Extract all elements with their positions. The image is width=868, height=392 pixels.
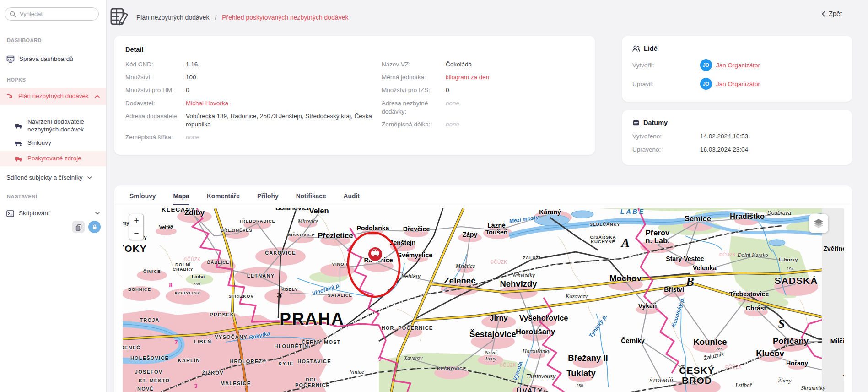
- map-layers-button[interactable]: [809, 214, 828, 233]
- tab-mapa[interactable]: Mapa: [173, 193, 189, 205]
- map-label: Horoušany: [516, 328, 555, 336]
- map-label: Zeleneč: [444, 276, 476, 285]
- map-label: ČIMICE: [143, 269, 161, 274]
- sidebar-item-poskytovane-zdroje[interactable]: Poskytované zdroje: [0, 151, 106, 166]
- terminal-icon: [6, 210, 14, 217]
- sidebar-item-sprava-dashboardu[interactable]: Správa dashboardů: [0, 51, 106, 67]
- layers-icon: [813, 218, 825, 229]
- person-row: Vytvořil:JOJan Organizátor: [632, 59, 842, 71]
- map-label: ČAKOVICE: [265, 250, 296, 256]
- map-label: Dřevčice: [403, 226, 430, 233]
- date-row: Upraveno:16.03.2024 23:04: [632, 146, 842, 153]
- sidebar-section-hopks: HOPKS: [7, 77, 26, 82]
- map-label: TROJA: [140, 318, 159, 323]
- sidebar-item-plan-nezbytnych-dodavek[interactable]: Plán nezbytných dodávek: [0, 88, 106, 105]
- tab-bar: SmlouvyMapaKomentářePřílohyNotifikaceAud…: [114, 185, 852, 205]
- detail-field-row: Název VZ:Čokoláda: [382, 60, 584, 69]
- map-label: ŠTOLMÍŘ: [649, 378, 673, 384]
- lock-button[interactable]: [88, 221, 101, 233]
- map-label: KOBYLISY: [175, 291, 200, 295]
- map-watermark: ©ČÚZK: [499, 363, 516, 368]
- breadcrumb-current: Přehled poskytovaných nezbytných dodávek: [222, 14, 348, 21]
- tab-komentare[interactable]: Komentáře: [207, 193, 240, 205]
- sidebar-section-dashboard: DASHBOARD: [7, 38, 42, 43]
- map-label: MIŠKOVICE: [287, 233, 315, 237]
- map-label: Chrást: [746, 305, 766, 312]
- sidebar-item-label: Správa dashboardů: [19, 55, 100, 63]
- map-label: Šestajovice: [469, 330, 516, 338]
- map-label: 194: [787, 267, 793, 271]
- map-label: NOVÉ: [137, 387, 154, 392]
- field-value-link[interactable]: kilogram za den: [446, 73, 489, 82]
- map-label: 9: [378, 356, 381, 362]
- field-label: Měrná jednotka:: [382, 73, 446, 82]
- sidebar-item-sdilene-subjekty[interactable]: Sdílené subjekty a číselníky: [0, 170, 106, 185]
- lock-icon: [91, 223, 98, 231]
- map-label: MALEŠICE: [221, 381, 251, 387]
- sidebar-section-nastaveni: NASTAVENÍ: [7, 194, 37, 199]
- calendar-icon: [632, 119, 640, 126]
- sidebar-item-smlouvy[interactable]: Smlouvy: [0, 136, 106, 151]
- tab-prilohy[interactable]: Přílohy: [257, 193, 279, 205]
- field-value: 0: [446, 86, 449, 94]
- map-label: Káraný: [539, 209, 561, 216]
- map-label: HOR. POČERNICE: [382, 326, 433, 331]
- tab-audit[interactable]: Audit: [344, 193, 360, 205]
- map-label: HRDLOŘEZY: [230, 359, 266, 365]
- map-label: 250: [576, 384, 583, 388]
- supply-plan-icon: [6, 93, 14, 100]
- person-label: Upravil:: [632, 81, 700, 87]
- map-label: 3: [194, 383, 197, 389]
- search-icon: [10, 11, 16, 17]
- map-label: STŘÍŽKOV: [228, 294, 253, 299]
- back-button[interactable]: Zpět: [822, 10, 842, 17]
- breadcrumb: Plán nezbytných dodávek / Přehled poskyt…: [136, 14, 349, 21]
- map-label: Nehvizdy: [500, 279, 537, 288]
- zoom-out-button[interactable]: −: [129, 227, 143, 240]
- person-name-link[interactable]: Jan Organizátor: [716, 62, 760, 69]
- copy-button[interactable]: [72, 221, 85, 233]
- people-panel: Lidé Vytvořil:JOJan OrganizátorUpravil:J…: [622, 36, 852, 102]
- field-label: Zeměpisná délka:: [382, 120, 446, 129]
- map-label: Žhery: [778, 378, 791, 384]
- field-value: 1.16.: [186, 60, 199, 69]
- tab-smlouvy[interactable]: Smlouvy: [129, 193, 156, 205]
- map-label: Lázně Toušeň: [485, 222, 508, 235]
- map-label: Zápy: [463, 231, 478, 238]
- map-label: A: [621, 236, 630, 249]
- map-label: Veltěž: [159, 225, 173, 230]
- field-value: Vobůrecká 139, Radonice, 25073 Jenštejn,…: [186, 112, 382, 129]
- copy-icon: [75, 223, 82, 231]
- field-value-link[interactable]: Michal Hovorka: [186, 99, 228, 108]
- map-label: TŘEBORADICE: [239, 219, 275, 223]
- sidebar-item-navrzeni-dodavatele[interactable]: Navržení dodavatelé nezbytných dodávek: [0, 114, 106, 137]
- sidebar-item-label: Smlouvy: [27, 139, 100, 147]
- zoom-in-button[interactable]: +: [129, 214, 143, 227]
- tab-notifikace[interactable]: Notifikace: [296, 193, 326, 205]
- person-name-link[interactable]: Jan Organizátor: [716, 81, 760, 87]
- detail-field-row: Dodavatel:Michal Hovorka: [125, 99, 382, 108]
- map[interactable]: KLECANYZdibyBořanoviceVelenMirovicePřemy…: [123, 208, 844, 392]
- map-label: Milčice: [830, 338, 844, 345]
- map-label: Tatce: [843, 374, 844, 381]
- map-label: LIBEŇ: [194, 339, 212, 345]
- map-label: ŽIŽKOV: [202, 370, 224, 376]
- map-label: Semice: [685, 215, 711, 223]
- chevron-up-icon: [95, 95, 100, 98]
- detail-field-row: Adresa dodavatele:Vobůrecká 139, Radonic…: [125, 112, 382, 129]
- map-watermark: ©ČÚZK: [490, 260, 507, 265]
- map-labels: KLECANYZdibyBořanoviceVelenMirovicePřemy…: [123, 208, 844, 392]
- field-value: none: [186, 133, 199, 142]
- map-label: Bořanovice: [275, 208, 310, 211]
- field-value: Čokoláda: [446, 60, 472, 69]
- map-label: Ládví: [192, 274, 205, 280]
- breadcrumb-parent[interactable]: Plán nezbytných dodávek: [136, 14, 210, 21]
- detail-field-row: Zeměpisná šířka:none: [125, 133, 382, 142]
- map-label: LETŇANY: [247, 273, 275, 279]
- sidebar-item-skriptovani[interactable]: Skriptování: [0, 206, 106, 221]
- map-label: BŘEZINĚVES: [221, 228, 253, 233]
- date-row: Vytvořeno:14.02.2024 10:53: [632, 133, 842, 140]
- map-label: Svémyslice: [398, 252, 432, 259]
- search-input[interactable]: Vyhledat: [5, 7, 99, 21]
- map-label: Tlustovousy: [526, 374, 555, 380]
